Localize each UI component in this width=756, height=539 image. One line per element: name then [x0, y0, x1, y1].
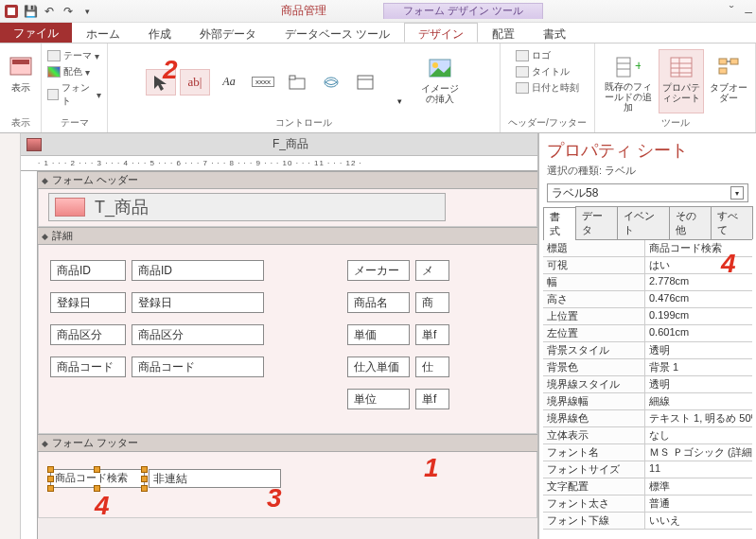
- property-value[interactable]: 透明: [645, 342, 752, 358]
- addfield-button[interactable]: + 既存のフィールドの追加: [602, 49, 655, 113]
- save-icon[interactable]: 💾: [23, 4, 38, 19]
- label-unit[interactable]: 単位: [347, 389, 410, 409]
- form-header-title[interactable]: T_商品: [48, 193, 446, 221]
- nav-pane-collapsed[interactable]: [0, 133, 21, 539]
- property-value[interactable]: 0.601cm: [645, 325, 752, 341]
- property-value[interactable]: テキスト 1, 明るめ 50%: [645, 410, 752, 426]
- textbox-category[interactable]: 商品区分: [132, 324, 264, 345]
- qat-dropdown-icon[interactable]: ▾: [79, 4, 95, 19]
- property-value[interactable]: 0.476cm: [645, 291, 752, 307]
- tab-external[interactable]: 外部データ: [185, 23, 271, 43]
- property-row[interactable]: 高さ0.476cm: [543, 291, 752, 308]
- control-select[interactable]: [146, 69, 176, 96]
- property-row[interactable]: 標題商品コード検索: [543, 240, 752, 257]
- tab-create[interactable]: 作成: [134, 23, 185, 43]
- control-tab[interactable]: [282, 69, 312, 96]
- property-value[interactable]: 商品コード検索: [645, 240, 752, 256]
- section-detail-body[interactable]: 商品ID 商品ID 登録日 登録日 商品区分 商品区分 商品コード 商品コード: [38, 245, 537, 434]
- label-product-id[interactable]: 商品ID: [50, 260, 126, 281]
- textbox-name[interactable]: 商品: [415, 292, 449, 313]
- property-value[interactable]: 普通: [645, 496, 752, 512]
- property-value[interactable]: いいえ: [645, 513, 752, 529]
- control-button[interactable]: xxxx: [248, 69, 278, 96]
- control-label[interactable]: Aa: [214, 69, 244, 96]
- tab-arrange[interactable]: 配置: [478, 23, 529, 43]
- redo-icon[interactable]: ↷: [61, 4, 76, 19]
- property-row[interactable]: 境界線スタイル透明: [543, 376, 752, 393]
- textbox-price[interactable]: 単f: [415, 324, 449, 345]
- property-value[interactable]: 2.778cm: [645, 274, 752, 290]
- form-tab-name[interactable]: F_商品: [49, 136, 532, 152]
- title-button[interactable]: タイトル: [516, 65, 570, 78]
- datetime-button[interactable]: 日付と時刻: [516, 81, 579, 95]
- tab-home[interactable]: ホーム: [72, 23, 134, 43]
- fonts-button[interactable]: フォント▾: [47, 81, 101, 108]
- property-row[interactable]: フォント太さ普通: [543, 496, 752, 513]
- chevron-down-icon[interactable]: ▾: [730, 186, 744, 200]
- property-row[interactable]: フォントサイズ11: [543, 461, 752, 478]
- undo-icon[interactable]: ↶: [42, 4, 57, 19]
- taborder-button[interactable]: タブオーダー: [708, 49, 749, 113]
- label-code[interactable]: 商品コード: [50, 356, 126, 377]
- textbox-unit[interactable]: 単f: [415, 389, 449, 409]
- label-maker[interactable]: メーカー: [347, 260, 410, 281]
- object-selector[interactable]: ラベル58 ▾: [547, 183, 748, 202]
- property-value[interactable]: 0.199cm: [645, 308, 752, 324]
- prop-tab-all[interactable]: すべて: [711, 206, 753, 239]
- label-cost[interactable]: 仕入単価: [347, 356, 410, 377]
- prop-tab-other[interactable]: その他: [669, 206, 712, 239]
- tab-design[interactable]: デザイン: [404, 23, 478, 43]
- textbox-maker[interactable]: メー: [415, 260, 449, 281]
- property-value[interactable]: 標準: [645, 478, 752, 495]
- property-row[interactable]: 境界線色テキスト 1, 明るめ 50%: [543, 410, 752, 427]
- control-more[interactable]: ▾: [384, 88, 414, 114]
- property-value[interactable]: 細線: [645, 393, 752, 409]
- property-row[interactable]: 境界線幅細線: [543, 393, 752, 410]
- section-header-body[interactable]: T_商品: [38, 189, 537, 227]
- property-row[interactable]: フォント名ＭＳ Ｐゴシック (詳細): [543, 444, 752, 461]
- property-value[interactable]: なし: [645, 427, 752, 443]
- textbox-cost[interactable]: 仕入: [415, 356, 449, 377]
- property-row[interactable]: 背景色背景 1: [543, 359, 752, 376]
- colors-button[interactable]: 配色▾: [47, 65, 90, 78]
- unbound-textbox[interactable]: 非連結: [149, 469, 281, 488]
- property-grid[interactable]: 標題商品コード検索可視はい幅2.778cm高さ0.476cm上位置0.199cm…: [543, 240, 752, 539]
- textbox-code[interactable]: 商品コード: [132, 356, 264, 377]
- tab-format[interactable]: 書式: [529, 23, 580, 43]
- property-row[interactable]: 左位置0.601cm: [543, 325, 752, 342]
- section-bar-detail[interactable]: 詳細: [38, 227, 537, 245]
- property-row[interactable]: 背景スタイル透明: [543, 342, 752, 359]
- property-row[interactable]: フォント下線いいえ: [543, 513, 752, 530]
- property-row[interactable]: 文字配置標準: [543, 478, 752, 496]
- property-row[interactable]: 上位置0.199cm: [543, 308, 752, 325]
- label-name[interactable]: 商品名: [347, 292, 410, 313]
- property-row[interactable]: 可視はい: [543, 257, 752, 274]
- tab-dbtools[interactable]: データベース ツール: [271, 23, 404, 43]
- property-value[interactable]: 11: [645, 461, 752, 478]
- control-textbox[interactable]: ab|: [180, 69, 210, 96]
- control-navigation[interactable]: [350, 69, 380, 96]
- label-category[interactable]: 商品区分: [50, 324, 126, 345]
- prop-tab-format[interactable]: 書式: [543, 207, 576, 240]
- collapse-ribbon-icon[interactable]: ˇ: [730, 4, 734, 19]
- textbox-product-id[interactable]: 商品ID: [132, 260, 264, 281]
- label-price[interactable]: 単価: [347, 324, 410, 345]
- section-bar-header[interactable]: フォーム ヘッダー: [38, 171, 537, 189]
- property-row[interactable]: 幅2.778cm: [543, 274, 752, 291]
- view-button[interactable]: 表示: [1, 49, 41, 113]
- property-row[interactable]: 立体表示なし: [543, 427, 752, 444]
- section-bar-footer[interactable]: フォーム フッター: [38, 434, 537, 452]
- prop-tab-event[interactable]: イベント: [617, 206, 670, 239]
- themes-button[interactable]: テーマ▾: [47, 49, 99, 62]
- prop-tab-data[interactable]: データ: [575, 206, 618, 239]
- property-value[interactable]: 背景 1: [645, 359, 752, 375]
- control-hyperlink[interactable]: [316, 69, 346, 96]
- property-value[interactable]: 透明: [645, 376, 752, 392]
- minimize-icon[interactable]: –: [745, 4, 752, 19]
- logo-button[interactable]: ロゴ: [516, 49, 551, 62]
- tab-file[interactable]: ファイル: [0, 23, 72, 43]
- label-reg-date[interactable]: 登録日: [50, 292, 126, 313]
- property-sheet-button[interactable]: プロパティシート: [659, 49, 704, 113]
- insert-image-button[interactable]: イメージの挿入: [418, 50, 462, 114]
- textbox-reg-date[interactable]: 登録日: [132, 292, 264, 313]
